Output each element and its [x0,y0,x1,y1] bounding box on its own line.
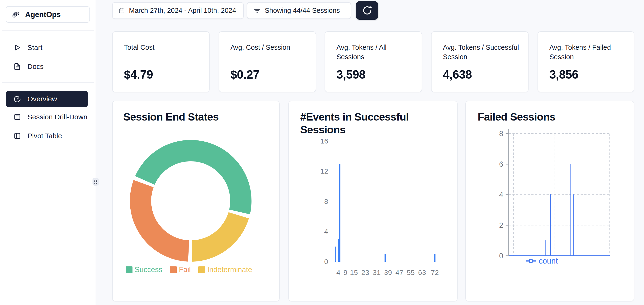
sidebar-item-label: Session Drill-Down [28,113,87,121]
svg-text:4: 4 [336,268,340,276]
stat-value: $0.27 [230,67,260,82]
app-name: AgentOps [25,10,61,19]
failed-sessions-chart: 02468 [466,101,635,302]
date-range-label: March 27th, 2024 - April 10th, 2024 [129,7,236,15]
stat-card-avg-tokens-all: Avg. Tokens / All Sessions 3,598 [324,31,422,92]
stat-label: Avg. Tokens / Successful Session [443,43,522,62]
svg-text:15: 15 [350,268,358,276]
line-series-legend-icon [526,258,536,264]
filter-icon [254,7,261,15]
svg-text:55: 55 [407,268,414,276]
svg-text:31: 31 [373,268,380,276]
donut-slice-success[interactable] [135,140,252,214]
stat-label: Avg. Cost / Session [230,43,309,52]
app-logo[interactable]: AgentOps [6,6,90,23]
svg-text:4: 4 [324,228,328,235]
legend-swatch [126,266,132,273]
date-range-button[interactable]: March 27th, 2024 - April 10th, 2024 [112,2,244,19]
bar-x2[interactable] [335,246,336,262]
stat-label: Avg. Tokens / Failed Session [549,43,628,62]
panel-left-icon [13,132,21,140]
sidebar-resize-handle[interactable] [92,178,99,186]
events-histogram: 0481216491523313947556372 [289,101,458,302]
calendar-icon [119,8,125,14]
events-histogram-card: #Events in Successful Sessions 048121649… [288,101,458,301]
legend-label: Fail [179,265,191,274]
stat-value: 4,638 [443,67,472,82]
sidebar-item-docs[interactable]: Docs [6,59,88,74]
legend-label: count [539,256,558,265]
legend-label: Success [134,265,162,274]
legend-item-fail[interactable]: Fail [170,265,191,274]
session-end-states-card: Session End States Success Fail Indeterm… [112,101,280,301]
refresh-icon [362,5,373,16]
play-icon [13,44,21,52]
session-end-states-donut [128,138,254,263]
refresh-button[interactable] [356,1,378,20]
count-legend[interactable]: count [526,256,558,265]
sidebar-item-label: Pivot Table [28,132,62,140]
svg-text:8: 8 [499,130,503,138]
sidebar-divider [2,30,94,31]
grip-dots-icon [94,179,98,184]
sidebar-item-label: Docs [28,63,44,71]
document-lines-icon [13,113,21,121]
donut-legend: Success Fail Indeterminate [126,265,252,274]
stat-card-avg-cost-session: Avg. Cost / Session $0.27 [218,31,316,92]
stat-card-avg-tokens-failed: Avg. Tokens / Failed Session 3,856 [538,31,634,92]
sidebar-item-overview[interactable]: Overview [6,91,88,107]
bar-x5[interactable] [339,164,340,262]
legend-item-indeterminate[interactable]: Indeterminate [198,265,252,274]
stat-label: Total Cost [124,43,202,52]
bar-x72[interactable] [434,254,436,262]
svg-text:0: 0 [324,258,328,265]
svg-text:8: 8 [324,197,328,205]
agentops-dashboard: AgentOps Start Docs [0,0,644,305]
sidebar-item-label: Start [28,44,42,52]
legend-swatch [198,266,205,273]
docs-icon [13,63,21,71]
stat-card-total-cost: Total Cost $4.79 [112,31,210,92]
donut-slice-fail[interactable] [130,180,189,262]
chart-title: Session End States [123,111,218,123]
stat-card-avg-tokens-successful: Avg. Tokens / Successful Session 4,638 [431,31,528,92]
bar-x37[interactable] [385,254,386,262]
svg-text:4: 4 [499,191,503,199]
stat-value: 3,856 [549,67,578,82]
legend-item-success[interactable]: Success [126,265,162,274]
sidebar: AgentOps Start Docs [0,0,96,305]
svg-text:63: 63 [418,268,426,276]
stat-value: $4.79 [124,67,153,82]
sidebar-item-label: Overview [28,95,57,103]
sidebar-divider [2,82,94,83]
failed-sessions-card: Failed Sessions 02468 count [465,101,634,301]
svg-text:9: 9 [344,268,348,276]
svg-text:16: 16 [320,137,328,145]
sidebar-item-pivot-table[interactable]: Pivot Table [6,129,88,143]
svg-text:12: 12 [320,167,328,175]
gauge-icon [13,95,21,103]
svg-text:6: 6 [499,160,503,168]
donut-slice-indeterminate[interactable] [192,212,249,262]
bar-x4[interactable] [338,239,339,262]
svg-text:39: 39 [384,268,392,276]
paperclip-logo-icon [11,9,21,20]
sidebar-item-session-drill-down[interactable]: Session Drill-Down [6,110,88,124]
sessions-filter-button[interactable]: Showing 44/44 Sessions [247,2,351,19]
stat-value: 3,598 [336,67,366,82]
svg-text:0: 0 [499,252,503,260]
svg-text:23: 23 [361,268,369,276]
svg-text:2: 2 [499,221,503,229]
count-line-series[interactable] [509,164,610,256]
legend-label: Indeterminate [207,265,252,274]
stat-label: Avg. Tokens / All Sessions [336,43,415,62]
svg-text:72: 72 [431,268,439,276]
svg-text:47: 47 [395,268,403,276]
sidebar-item-start[interactable]: Start [6,40,88,55]
sessions-filter-label: Showing 44/44 Sessions [265,7,340,15]
legend-swatch [170,266,177,273]
